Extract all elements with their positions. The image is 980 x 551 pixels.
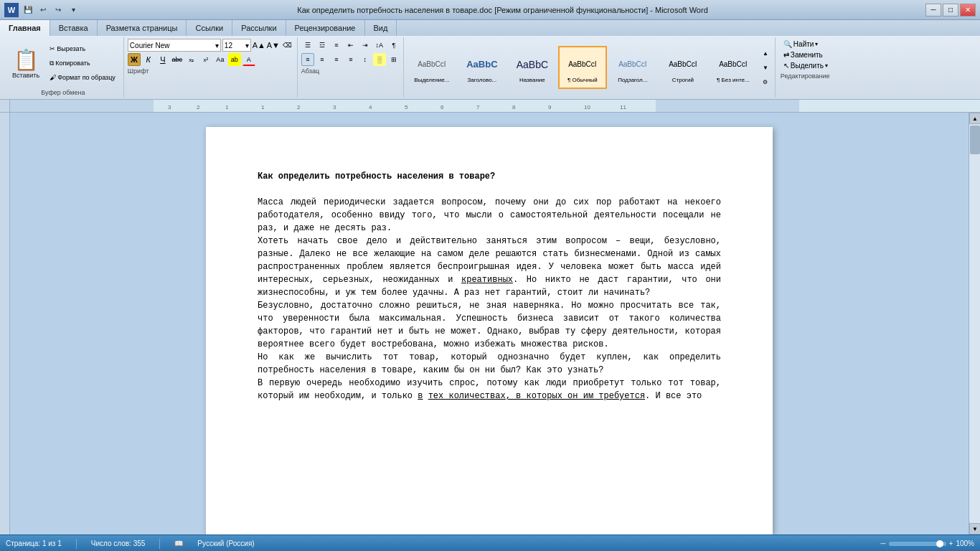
svg-text:2: 2: [197, 104, 200, 110]
italic-button[interactable]: К: [142, 53, 155, 66]
change-styles-button[interactable]: ⚙: [759, 75, 772, 88]
decrease-indent-button[interactable]: ⇤: [344, 39, 357, 52]
select-button[interactable]: ↖ Выделить ▾: [781, 60, 831, 71]
language-info: Русский (Россия): [197, 540, 254, 547]
style-videlenie-preview: AaBbCcI: [410, 52, 453, 77]
multilevel-button[interactable]: ≡: [330, 39, 343, 52]
paragraph-label: Абзац: [301, 67, 400, 75]
style-strogiy[interactable]: AaBbCcI Строгий: [659, 46, 707, 89]
replace-icon: ⇄: [783, 51, 789, 59]
underline-text: креативных: [461, 275, 513, 285]
numbering-button[interactable]: ☲: [316, 39, 329, 52]
svg-text:10: 10: [584, 104, 590, 110]
vertical-scrollbar[interactable]: ▲ ▼: [969, 113, 980, 534]
undo-button[interactable]: ↩: [37, 4, 50, 17]
replace-button[interactable]: ⇄ Заменить: [781, 50, 831, 60]
sort-button[interactable]: ↕A: [373, 39, 386, 52]
quick-access-dropdown[interactable]: ▾: [67, 4, 80, 17]
svg-rect-0: [10, 100, 980, 112]
line-spacing-button[interactable]: ↕: [359, 53, 372, 66]
bold-button[interactable]: Ж: [128, 53, 141, 66]
strikethrough-button[interactable]: abc: [171, 53, 184, 66]
svg-text:7: 7: [476, 104, 480, 110]
ruler-scale: 3 2 1 1 2 3 4 5 6 7 8 9 10 11: [10, 100, 980, 112]
style-videlenie[interactable]: AaBbCcI Выделение...: [407, 46, 456, 89]
zoom-level: 100%: [956, 540, 974, 547]
copy-button[interactable]: ⧉ Копировать: [46, 57, 119, 70]
style-nazvanie[interactable]: AaBbC Название: [508, 46, 557, 89]
tab-review[interactable]: Рецензирование: [286, 20, 365, 36]
tab-page-layout[interactable]: Разметка страницы: [98, 20, 187, 36]
subscript-button[interactable]: x₂: [185, 53, 198, 66]
tab-insert[interactable]: Вставка: [50, 20, 98, 36]
show-marks-button[interactable]: ¶: [387, 39, 400, 52]
font-color-button[interactable]: A: [242, 53, 255, 66]
save-button[interactable]: 💾: [22, 4, 34, 17]
increase-indent-button[interactable]: ⇥: [359, 39, 372, 52]
style-podzagolovok[interactable]: AaBbCcI Подзагол...: [608, 46, 657, 89]
align-left-button[interactable]: ≡: [301, 53, 314, 66]
quick-access-toolbar: 💾 ↩ ↪ ▾: [22, 4, 80, 17]
align-right-button[interactable]: ≡: [330, 53, 343, 66]
shading-button[interactable]: ░: [373, 53, 386, 66]
document-page: Как определить потребность населения в т…: [206, 127, 773, 534]
style-podzagolovok-label: Подзагол...: [618, 77, 647, 83]
case-button[interactable]: Аа: [214, 53, 227, 66]
styles-controls: ▲ ▼ ⚙: [759, 46, 772, 89]
tab-references[interactable]: Ссылки: [187, 20, 232, 36]
justify-button[interactable]: ≡: [344, 53, 357, 66]
style-bezinte[interactable]: AaBbCcI ¶ Без инте...: [709, 46, 758, 89]
svg-rect-1: [10, 100, 154, 112]
main-area: Как определить потребность населения в т…: [0, 113, 980, 534]
redo-button[interactable]: ↪: [52, 4, 65, 17]
close-button[interactable]: ✕: [960, 4, 976, 17]
minimize-button[interactable]: ─: [925, 4, 941, 17]
border-button[interactable]: ⊞: [387, 53, 400, 66]
decrease-font-button[interactable]: A▼: [267, 39, 280, 52]
scroll-up-button[interactable]: ▲: [969, 113, 980, 124]
underline-button[interactable]: Ч: [156, 53, 169, 66]
paragraph-1: Масса людей периодически задается вопрос…: [258, 196, 721, 235]
maximize-button[interactable]: □: [943, 4, 958, 17]
paragraph-group: ☰ ☲ ≡ ⇤ ⇥ ↕A ¶ ≡ ≡ ≡ ≡ ↕ ░ ⊞ Абзац: [298, 37, 404, 98]
highlight-button[interactable]: ab: [228, 53, 241, 66]
clear-format-button[interactable]: ⌫: [281, 39, 294, 52]
zoom-slider[interactable]: [889, 542, 946, 546]
format-painter-button[interactable]: 🖌 Формат по образцу: [46, 71, 119, 84]
paragraph-row1: ☰ ☲ ≡ ⇤ ⇥ ↕A ¶: [301, 39, 400, 52]
find-button[interactable]: 🔍 Найти ▾: [781, 39, 831, 50]
font-name-row: Courier New▾ 12▾ A▲ A▼ ⌫: [128, 39, 294, 52]
style-obychnyy[interactable]: AaBbCcI ¶ Обычный: [558, 46, 607, 89]
cut-button[interactable]: ✂ Вырезать: [46, 42, 119, 55]
styles-scroll-up[interactable]: ▲: [759, 47, 772, 60]
tab-home[interactable]: Главная: [0, 20, 50, 36]
zoom-controls[interactable]: ─ + 100%: [880, 540, 974, 547]
clipboard-row: 📋 Вставить ✂ Вырезать ⧉ Копировать 🖌 Фор…: [7, 39, 119, 88]
superscript-button[interactable]: x²: [199, 53, 212, 66]
scroll-down-button[interactable]: ▼: [969, 523, 980, 534]
styles-scroll-down[interactable]: ▼: [759, 61, 772, 74]
title-bar-left: W 💾 ↩ ↪ ▾: [4, 3, 80, 17]
scissors-icon: ✂: [50, 45, 55, 52]
zoom-thumb[interactable]: [936, 540, 943, 547]
document-area[interactable]: Как определить потребность населения в т…: [10, 113, 969, 534]
svg-text:8: 8: [512, 104, 516, 110]
window-title: Как определить потребность населения в т…: [80, 6, 925, 14]
tab-mailings[interactable]: Рассылки: [232, 20, 286, 36]
style-zagolovok[interactable]: AaBbC Заголово...: [458, 46, 507, 89]
scroll-track[interactable]: [969, 124, 980, 523]
scroll-thumb[interactable]: [970, 126, 980, 154]
style-strogiy-label: Строгий: [672, 77, 694, 83]
zoom-out-button[interactable]: ─: [880, 540, 885, 547]
tab-view[interactable]: Вид: [365, 20, 397, 36]
zoom-in-button[interactable]: +: [949, 540, 953, 547]
increase-font-button[interactable]: A▲: [253, 39, 265, 52]
align-center-button[interactable]: ≡: [316, 53, 329, 66]
style-bezinte-preview: AaBbCcI: [712, 52, 755, 77]
style-podzagolovok-preview: AaBbCcI: [611, 52, 654, 77]
font-name-select[interactable]: Courier New▾: [128, 39, 221, 52]
paste-button[interactable]: 📋 Вставить: [7, 42, 44, 85]
font-size-select[interactable]: 12▾: [222, 39, 251, 52]
clipboard-group: 📋 Вставить ✂ Вырезать ⧉ Копировать 🖌 Фор…: [3, 37, 124, 98]
bullets-button[interactable]: ☰: [301, 39, 314, 52]
